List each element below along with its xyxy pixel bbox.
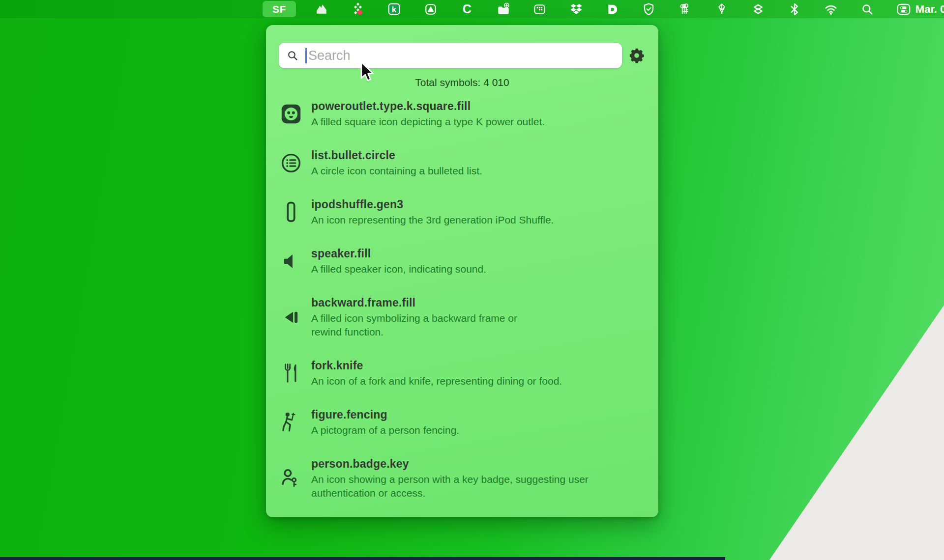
triangle-square-icon[interactable] (424, 2, 438, 16)
tiles-red-dot-icon[interactable] (351, 2, 365, 16)
results-list: poweroutlet.type.k.square.fill A filled … (279, 99, 646, 500)
poweroutlet-type-k-icon (279, 103, 303, 125)
dropbox-icon[interactable] (569, 2, 583, 16)
folder-download-icon[interactable] (497, 2, 510, 16)
symbol-name: list.bullet.circle (311, 148, 646, 163)
list-bullet-circle-icon (279, 152, 303, 174)
symbol-description: A circle icon containing a bulleted list… (311, 164, 646, 178)
bottom-window-edge (0, 557, 725, 560)
settings-gear-button[interactable] (628, 47, 646, 64)
symbol-name: person.badge.key (311, 457, 646, 471)
search-icon[interactable] (860, 2, 874, 16)
search-row: Search (279, 43, 646, 68)
shield-check-icon[interactable] (642, 2, 656, 16)
person-badge-key-icon (279, 467, 303, 490)
keys-icon[interactable] (678, 2, 692, 16)
list-item[interactable]: ipodshuffle.gen3 An icon representing th… (279, 197, 646, 227)
window-grid-icon[interactable] (533, 2, 547, 16)
total-symbols-count: Total symbols: 4 010 (279, 77, 646, 88)
menu-bar-clock[interactable]: Mar. 09 (915, 3, 944, 16)
menu-bar: SF k (0, 0, 944, 18)
backward-frame-icon (279, 308, 303, 327)
menu-bar-status-icons: k C (315, 2, 911, 16)
symbol-description: A filled speaker icon, indicating sound. (311, 262, 646, 276)
symbol-name: poweroutlet.type.k.square.fill (311, 99, 646, 113)
figure-fencing-icon (279, 411, 303, 434)
c-icon-letter: C (463, 3, 472, 15)
ipodshuffle-icon (279, 201, 303, 224)
list-item[interactable]: backward.frame.fill A filled icon symbol… (279, 296, 646, 339)
search-input[interactable]: Search (279, 43, 622, 68)
k-square-icon[interactable]: k (387, 2, 401, 16)
mountain-icon[interactable] (315, 2, 328, 16)
symbol-description: A pictogram of a person fencing. (311, 423, 646, 437)
k-icon-letter: k (392, 5, 397, 14)
symbol-name: figure.fencing (311, 408, 646, 422)
wifi-icon[interactable] (824, 2, 838, 16)
symbol-description: A filled icon symbolizing a backward fra… (311, 311, 646, 339)
symbol-name: speaker.fill (311, 247, 646, 261)
search-field-magnifier-icon (287, 50, 299, 62)
symbol-description: An icon of a fork and knife, representin… (311, 374, 646, 388)
symbol-description: An icon showing a person with a key badg… (311, 473, 646, 500)
layers-icon[interactable] (751, 2, 765, 16)
list-item[interactable]: figure.fencing A pictogram of a person f… (279, 408, 646, 437)
symbol-description: An icon representing the 3rd generation … (311, 213, 646, 227)
sf-symbols-menu-button[interactable]: SF (263, 1, 296, 17)
parachute-icon[interactable] (715, 2, 729, 16)
d-folder-icon[interactable] (606, 2, 620, 16)
list-item[interactable]: speaker.fill A filled speaker icon, indi… (279, 247, 646, 276)
text-caret (305, 48, 307, 63)
speaker-fill-icon (279, 251, 303, 272)
fork-knife-icon (279, 362, 303, 385)
search-placeholder: Search (308, 49, 351, 62)
c-letter-icon[interactable]: C (460, 2, 474, 16)
sf-symbols-menu-label: SF (272, 3, 286, 15)
symbol-name: backward.frame.fill (311, 296, 646, 310)
list-item[interactable]: person.badge.key An icon showing a perso… (279, 457, 646, 500)
list-item[interactable]: poweroutlet.type.k.square.fill A filled … (279, 99, 646, 129)
sf-symbols-search-panel: Search Total symbols: 4 010 po (266, 25, 658, 517)
symbol-description: A filled square icon depicting a type K … (311, 115, 646, 129)
control-center-icon[interactable] (897, 2, 911, 16)
bluetooth-icon[interactable] (788, 2, 801, 16)
symbol-name: fork.knife (311, 359, 646, 373)
list-item[interactable]: fork.knife An icon of a fork and knife, … (279, 359, 646, 388)
list-item[interactable]: list.bullet.circle A circle icon contain… (279, 148, 646, 178)
gear-icon (628, 47, 645, 64)
symbol-name: ipodshuffle.gen3 (311, 197, 646, 212)
